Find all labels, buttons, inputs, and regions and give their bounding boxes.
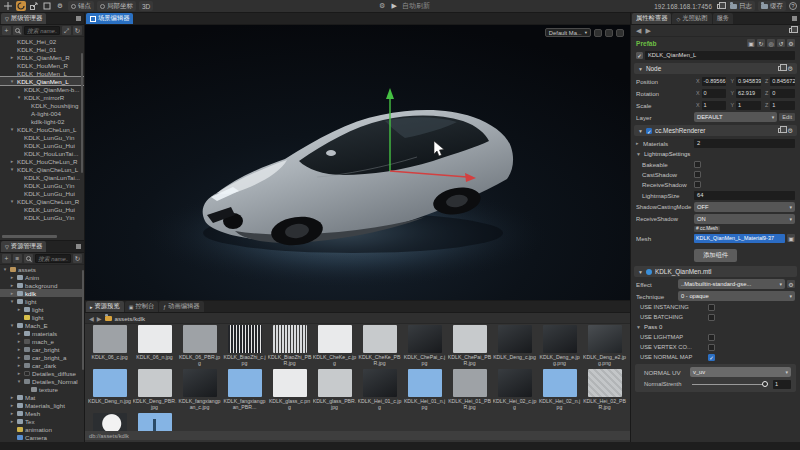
expand-arrow-icon[interactable]: ▾: [9, 298, 15, 304]
expand-arrow-icon[interactable]: ▸: [9, 290, 15, 296]
expand-arrow-icon[interactable]: ▾: [9, 166, 15, 172]
asset-thumbnail[interactable]: KDLK_Hei_02_n.jpg: [537, 368, 582, 412]
asset-thumbnail[interactable]: KDLK_fangxiangpan_c.jpg: [177, 368, 222, 412]
preview-settings-icon[interactable]: ⚙: [378, 2, 387, 11]
tab-asset-preview[interactable]: ▸资源预览: [86, 301, 124, 312]
hierarchy-tree-item[interactable]: ▸KDLK_HouCheLun_R: [0, 157, 84, 165]
rotate-tool-icon[interactable]: [16, 1, 26, 11]
material-flag-checkbox[interactable]: [708, 304, 715, 311]
meshrenderer-section-header[interactable]: ▼ ✓ cc.MeshRenderer ⚙: [634, 125, 797, 136]
create-node-button[interactable]: +: [2, 26, 11, 35]
material-section-header[interactable]: ▼ KDLK_QianMen.mtl: [634, 266, 797, 277]
expand-arrow-icon[interactable]: ▸: [9, 394, 15, 400]
asset-tree-item[interactable]: ▸Mesh: [0, 409, 84, 417]
hierarchy-tree-item[interactable]: ▾KDLK_HouCheLun_L: [0, 125, 84, 133]
asset-tree-item[interactable]: ▾Mach_E: [0, 321, 84, 329]
hierarchy-tree-item[interactable]: KDLK_HouLunTai...: [0, 149, 84, 157]
asset-tree-item[interactable]: Camera: [0, 433, 84, 441]
hierarchy-tree-item[interactable]: KDLK_QianMen-b...: [0, 85, 84, 93]
gizmo-settings-icon[interactable]: ⚙: [55, 1, 65, 11]
scale-z-field[interactable]: 1: [770, 101, 795, 110]
component-settings-icon[interactable]: ⚙: [787, 127, 793, 135]
nav-forward-icon[interactable]: ▶: [645, 27, 650, 35]
refresh-icon[interactable]: ↻: [73, 26, 82, 35]
effect-settings-icon[interactable]: ⚙: [787, 280, 795, 288]
prefab-link-icon[interactable]: ↻: [757, 39, 765, 47]
asset-thumbnail[interactable]: KDLK_06_c.jpg: [87, 324, 132, 368]
asset-thumbnail[interactable]: KDLK_glass_c.png: [267, 368, 312, 412]
scale-x-field[interactable]: 1: [702, 101, 727, 110]
material-flag-checkbox[interactable]: [708, 314, 715, 321]
nav-back-icon[interactable]: ◀: [636, 27, 641, 35]
search-type-filter[interactable]: [13, 26, 22, 35]
asset-tree-item[interactable]: animation: [0, 425, 84, 433]
create-asset-button[interactable]: +: [2, 254, 11, 263]
hierarchy-search-input[interactable]: [24, 26, 60, 35]
asset-thumbnail[interactable]: KDLK_Hei_02_c.jpg: [492, 368, 537, 412]
open-cache-button[interactable]: 缓存: [758, 1, 786, 11]
asset-tree-item[interactable]: ▸mach_e: [0, 337, 84, 345]
position-z-field[interactable]: 0.845672: [770, 77, 795, 86]
asset-tree-item[interactable]: ▸car_dark: [0, 361, 84, 369]
asset-thumbnail[interactable]: KDLK_Hei_01_c.jpg: [357, 368, 402, 412]
asset-tree-item[interactable]: ▸car_bright_a: [0, 353, 84, 361]
expand-arrow-icon[interactable]: ▸: [16, 346, 22, 352]
expand-arrow-icon[interactable]: ▸: [16, 354, 22, 360]
lightmap-settings-header[interactable]: ▼ LightmapSettings: [631, 149, 800, 159]
copy-url-icon[interactable]: [715, 2, 724, 11]
hierarchy-tree-item[interactable]: KDLK_HouMen_L: [0, 69, 84, 77]
expand-arrow-icon[interactable]: ▸: [9, 54, 15, 60]
asset-tree-item[interactable]: ▸Anim: [0, 273, 84, 281]
asset-thumbnail[interactable]: KDLK_Hei_01_PBR.jpg: [447, 368, 492, 412]
asset-tree-item[interactable]: ▾assets: [0, 265, 84, 273]
prefab-settings-icon[interactable]: ⚙: [787, 39, 795, 47]
expand-arrow-icon[interactable]: ▸: [9, 402, 15, 408]
expand-arrow-icon[interactable]: ▾: [2, 266, 8, 272]
position-y-field[interactable]: 0.945839: [736, 77, 761, 86]
expand-arrow-icon[interactable]: ▸: [16, 370, 22, 376]
asset-thumbnail[interactable]: KDLK_Deng_n.jpg: [87, 368, 132, 412]
normal-uv-dropdown[interactable]: v_uv▾: [690, 367, 791, 377]
node-active-checkbox[interactable]: ✓: [636, 52, 643, 59]
asset-thumbnail[interactable]: KDLK_Deng_e2.jpg.png: [582, 324, 627, 368]
expand-arrow-icon[interactable]: ▾: [9, 78, 15, 84]
hierarchy-tree-item[interactable]: KDLK_LunGu_Hui: [0, 141, 84, 149]
scene-light-icon[interactable]: [605, 29, 613, 37]
asset-thumbnail[interactable]: KDLK_glass_PBR.jpg: [312, 368, 357, 412]
node-settings-icon[interactable]: ⚙: [787, 65, 793, 73]
bakeable-checkbox[interactable]: [694, 161, 701, 168]
asset-tree-item[interactable]: texture: [0, 385, 84, 393]
rotation-x-field[interactable]: 0: [702, 89, 727, 98]
hierarchy-tree-item[interactable]: KDLK_LunGu_Yin: [0, 181, 84, 189]
expand-arrow-icon[interactable]: ▸: [9, 158, 15, 164]
expand-arrow-icon[interactable]: ▸: [9, 418, 15, 424]
asset-thumbnail[interactable]: [87, 412, 132, 431]
asset-tree-item[interactable]: ▸background: [0, 281, 84, 289]
expand-arrow-icon[interactable]: ▾: [9, 322, 15, 328]
hierarchy-tree-item[interactable]: KDLK_Hei_02: [0, 37, 84, 45]
asset-tree-item[interactable]: light: [0, 313, 84, 321]
coordinate-toggle[interactable]: 局部坐标: [97, 1, 136, 11]
tab-animation-editor[interactable]: ƒ动画编辑器: [159, 301, 203, 312]
asset-tree-item[interactable]: ▸Detailes_diffuse: [0, 369, 84, 377]
hierarchy-tree-item[interactable]: kdlk-light-02: [0, 117, 84, 125]
pass0-header[interactable]: ▼ Pass 0: [631, 322, 800, 332]
asset-thumbnail[interactable]: KDLK_CheKe_c.jpg: [312, 324, 357, 368]
expand-arrow-icon[interactable]: ▸: [9, 282, 15, 288]
asset-tree-item[interactable]: ▸kdlk: [0, 289, 84, 297]
back-icon[interactable]: ◀: [89, 315, 94, 322]
position-x-field[interactable]: -0.89566: [702, 77, 727, 86]
expand-arrow-icon[interactable]: ▸: [9, 410, 15, 416]
asset-thumbnail[interactable]: KDLK_06_PBR.jpg: [177, 324, 222, 368]
rotation-z-field[interactable]: 0: [770, 89, 795, 98]
tab-inspector[interactable]: 属性检查器: [632, 13, 671, 24]
asset-thumbnail[interactable]: KDLK_BiaoZhi_PBR.jpg: [267, 324, 312, 368]
scene-viewport[interactable]: Default Ma...▾: [85, 25, 630, 300]
hierarchy-tree-item[interactable]: KDLK_houshijing: [0, 101, 84, 109]
asset-thumbnail[interactable]: KDLK_06_n.jpg: [132, 324, 177, 368]
hierarchy-tree-item[interactable]: ▾KDLK_mirrorR: [0, 93, 84, 101]
hierarchy-hscrollbar[interactable]: [2, 235, 57, 238]
asset-thumbnail[interactable]: KDLK_Deng_e.jpg.png: [537, 324, 582, 368]
expand-arrow-icon[interactable]: ▾: [9, 126, 15, 132]
menu-icon[interactable]: [792, 16, 797, 21]
